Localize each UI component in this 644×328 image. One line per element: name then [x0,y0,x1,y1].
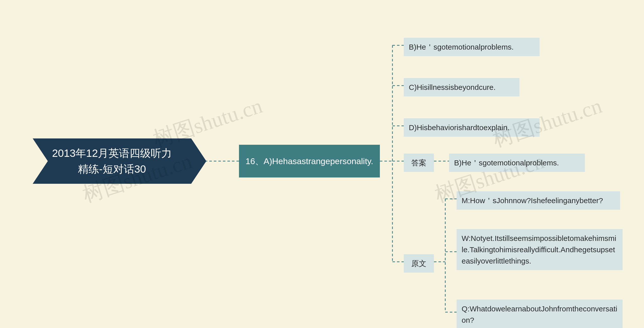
root-node[interactable]: 2013年12月英语四级听力 精练-短对话30 [33,138,191,184]
root-text: 2013年12月英语四级听力 精练-短对话30 [52,145,172,177]
question-node[interactable]: 16、A)Hehasastrangepersonality. [239,145,380,177]
option-b-text: B)He＇sgotemotionalproblems. [409,41,514,53]
source-m-node[interactable]: M:How＇sJohnnow?Ishefeelinganybetter? [457,191,620,210]
answer-value-node[interactable]: B)He＇sgotemotionalproblems. [449,154,585,172]
answer-value-text: B)He＇sgotemotionalproblems. [454,157,559,168]
source-w-node[interactable]: W:Notyet.Itstillseemsimpossibletomakehim… [457,229,623,270]
source-label-node[interactable]: 原文 [404,254,434,273]
source-m-text: M:How＇sJohnnow?Ishefeelinganybetter? [462,195,603,206]
option-d-node[interactable]: D)Hisbehaviorishardtoexplain. [404,118,540,137]
mindmap-canvas: 2013年12月英语四级听力 精练-短对话30 16、A)Hehasastran… [0,0,644,328]
root-title-line1: 2013年12月英语四级听力 [52,145,172,161]
root-arrow-left [33,138,48,184]
option-c-text: C)Hisillnessisbeyondcure. [409,82,496,93]
option-b-node[interactable]: B)He＇sgotemotionalproblems. [404,38,540,56]
answer-label-node[interactable]: 答案 [404,154,434,172]
option-c-node[interactable]: C)Hisillnessisbeyondcure. [404,78,519,96]
source-q-text: Q:WhatdowelearnaboutJohnfromtheconversat… [462,303,618,326]
root-arrow-right [191,138,206,184]
question-text: 16、A)Hehasastrangepersonality. [246,155,373,168]
source-q-node[interactable]: Q:WhatdowelearnaboutJohnfromtheconversat… [457,300,623,328]
root-title-line2: 精练-短对话30 [52,161,172,177]
answer-label-text: 答案 [411,157,426,168]
source-w-text: W:Notyet.Itstillseemsimpossibletomakehim… [462,233,618,267]
source-label-text: 原文 [411,258,426,269]
option-d-text: D)Hisbehaviorishardtoexplain. [409,122,509,133]
